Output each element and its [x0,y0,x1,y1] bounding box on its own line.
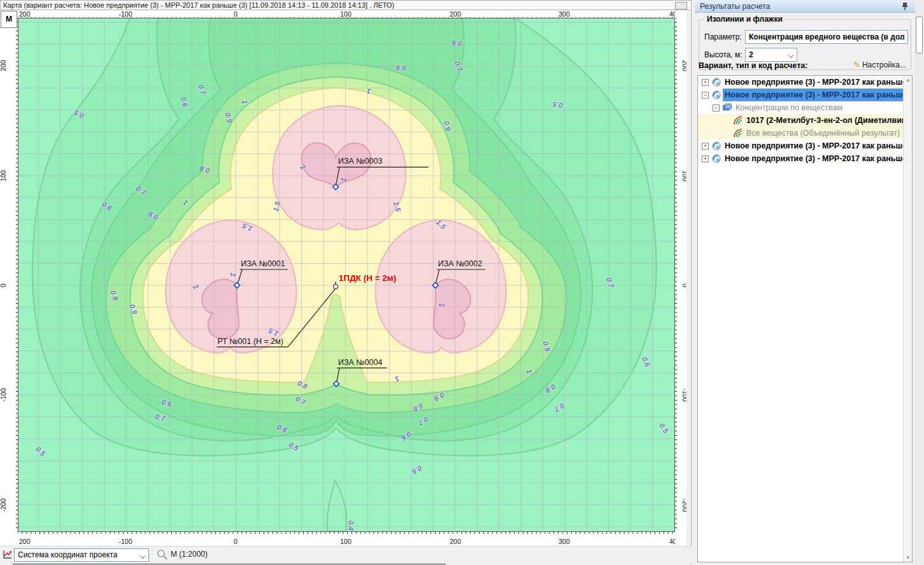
tree-row[interactable]: +Новое предприятие (3) - МРР-2017 как ра… [698,152,912,165]
param-label: Параметр: [704,32,742,41]
pdk-annotation: 1ПДК (Н = 2м) [339,273,396,283]
emission-source-label: ИЗА №0003 [338,157,382,166]
ruler-top: 200-100010020030040 [18,10,675,18]
map-window: Карта (вариант расчета: Новое предприяти… [0,0,692,565]
expand-icon[interactable]: + [702,155,709,162]
tree-row-label[interactable]: Новое предприятие (3) - МРР-2017 как ран… [723,152,913,165]
side-strip-handle[interactable] [916,17,923,54]
variant-icon [711,141,721,151]
status-separator [154,548,155,562]
tree-row-label[interactable]: Все вещества (Объединённый результат) [744,127,902,139]
expand-icon[interactable]: + [702,143,709,150]
param-select[interactable]: Концентрация вредного вещества (в дол [745,30,908,44]
ruler-y-label: 200 [0,60,7,71]
chevron-down-icon [139,553,145,559]
isolines-icon [733,128,743,138]
map-canvas[interactable]: 0.50.60.710.90.80.70.60.911.5221.51.50.8… [18,18,675,532]
tree-row[interactable]: 1017 (2-Метилбут-3-ен-2-ол (Диметилвинил [698,114,912,127]
map-status-bar: Система координат проекта М (1:2000) [0,546,692,563]
ruler-x-label: 300 [558,11,570,18]
tree-row-label[interactable]: Новое предприятие (3) - МРР-2017 как ран… [723,89,903,101]
ruler-x-label: 200 [19,11,31,18]
scroll-down-icon[interactable]: ▼ [904,555,913,561]
window-edge [13,564,446,564]
height-select[interactable]: 2 [745,48,797,62]
ruler-x-label: 100 [340,11,352,18]
scroll-up-icon[interactable]: ▲ [904,77,913,83]
results-panel-title-bar: Результаты расчета [695,0,915,13]
tree-row[interactable]: +Новое предприятие (3) - МРР-2017 как ра… [698,76,912,89]
ruler-y-label: 100 [0,170,7,182]
height-value: 2 [749,50,753,59]
collapse-icon[interactable]: − [702,92,709,99]
settings-link-label: Настройка... [862,61,906,69]
ruler-y-label: 100 [681,170,686,182]
tree-scrollbar[interactable]: ▲ ▼ [903,76,912,562]
isolines-icon [733,115,743,125]
ruler-corner [675,10,686,18]
ruler-y-label: 0 [0,283,7,287]
pin-icon[interactable] [901,2,909,11]
coordinate-system-icon [2,549,13,560]
ruler-x-label: 100 [340,538,352,545]
ruler-y-label: -100 [0,388,7,401]
isolines-group-title: Изолинии и флажки [704,15,785,24]
tree-row[interactable]: +Новое предприятие (3) - МРР-2017 как ра… [698,139,912,152]
isoline-value-label: 0.4 [347,520,355,531]
coordinate-system-select[interactable]: Система координат проекта [14,548,149,562]
ruler-y-label: -200 [0,498,7,511]
coordinate-system-value: Система координат проекта [18,550,117,559]
settings-link[interactable]: ✎Настройка... [853,60,906,69]
map-title-bar: Карта (вариант расчета: Новое предприяти… [0,0,692,10]
collapse-icon[interactable]: − [713,104,720,111]
emission-source-label: ИЗА №0001 [241,259,285,268]
ruler-y-label: 200 [681,60,686,71]
uprza-ecolog-app: Карта (вариант расчета: Новое предприяти… [0,0,924,565]
isoline-value-label: 0.8 [395,64,406,72]
results-panel-title: Результаты расчета [700,2,770,11]
ruler-right: 2001000-100-200 [675,18,686,532]
ruler-x-label: 40 [669,538,675,545]
tree-row[interactable]: −Новое предприятие (3) - МРР-2017 как ра… [698,89,912,101]
ruler-y-label: -200 [681,498,686,511]
emission-source-label: ИЗА №0002 [438,259,482,268]
map-scale-label: М (1:2000) [171,550,208,559]
param-value: Концентрация вредного вещества (в дол [749,32,905,41]
ruler-bottom: 200-100010020030040 [18,532,675,546]
ruler-x-label: 200 [450,538,461,545]
tree-row-label[interactable]: Новое предприятие (3) - МРР-2017 как ран… [723,76,913,89]
results-panel: Результаты расчета Изолинии и флажки Пар… [695,0,915,565]
ruler-y-label: -100 [681,388,686,401]
ruler-x-label: 0 [234,538,238,545]
ruler-y-label: 0 [681,283,686,287]
height-label: Высота, м: [704,50,742,59]
map-title: Карта (вариант расчета: Новое предприяти… [3,1,394,9]
tree-row-label[interactable]: Новое предприятие (3) - МРР-2017 как ран… [723,139,913,152]
ruler-x-label: 200 [19,538,31,545]
expand-icon[interactable]: + [702,79,709,86]
isoline-value-label: 0.6 [451,39,462,47]
variant-icon [711,154,721,164]
ruler-left: 2001000-100-200 [0,18,18,532]
tree-row[interactable]: −Концентрации по веществам [698,101,912,114]
chevron-down-icon [788,52,793,58]
folder-icon [722,103,732,113]
variant-icon [711,90,721,100]
variant-section-label: Вариант, тип и код расчета: [699,61,807,70]
calculation-results-tree: +Новое предприятие (3) - МРР-2017 как ра… [697,75,913,562]
ruler-x-label: 40 [669,11,675,18]
zoom-icon [157,549,168,561]
map-window-menu-button[interactable] [675,2,687,10]
pencil-icon: ✎ [853,60,860,69]
side-strip [915,0,924,565]
tree-row-label[interactable]: 1017 (2-Метилбут-3-ен-2-ол (Диметилвинил [744,114,913,127]
tree-row[interactable]: Все вещества (Объединённый результат) [698,127,912,139]
ruler-x-label: 200 [450,11,461,18]
tree-row-label[interactable]: Концентрации по веществам [734,101,844,114]
variant-icon [711,77,721,87]
ruler-x-label: -100 [118,11,132,18]
ruler-units-button[interactable]: М [1,11,17,28]
receptor-label: РТ №001 (Н = 2м) [217,337,283,346]
ruler-x-label: 0 [234,11,238,18]
ruler-x-label: 300 [558,538,570,545]
